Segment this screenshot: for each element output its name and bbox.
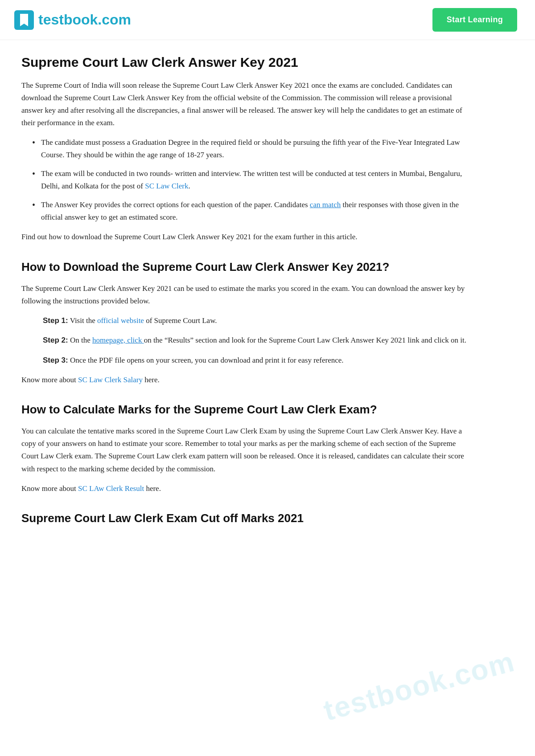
homepage-click-link[interactable]: homepage, click (92, 336, 144, 344)
step2: Step 2: On the homepage, click on the “R… (43, 334, 469, 347)
sc-law-clerk-result-link[interactable]: SC LAw Clerk Result (78, 484, 144, 493)
list-item: The candidate must possess a Graduation … (32, 136, 469, 161)
find-out-paragraph: Find out how to download the Supreme Cou… (21, 231, 469, 243)
start-learning-button[interactable]: Start Learning (432, 8, 517, 32)
step1: Step 1: Visit the official website of Su… (43, 315, 469, 327)
list-item: The exam will be conducted in two rounds… (32, 168, 469, 192)
logo-text: testbook.com (38, 12, 131, 28)
main-content: Supreme Court Law Clerk Answer Key 2021 … (0, 40, 490, 555)
page-title: Supreme Court Law Clerk Answer Key 2021 (21, 54, 469, 70)
step1-label: Step 1: (43, 316, 68, 325)
sc-law-clerk-salary-link[interactable]: SC Law Clerk Salary (78, 376, 143, 384)
intro-paragraph: The Supreme Court of India will soon rel… (21, 79, 469, 129)
watermark: testbook.com (320, 645, 518, 727)
steps-block: Step 1: Visit the official website of Su… (43, 315, 469, 366)
sc-law-clerk-link[interactable]: SC Law Clerk (145, 182, 188, 190)
strikethrough-text: can match (310, 200, 341, 209)
bullet-list: The candidate must possess a Graduation … (32, 136, 469, 224)
official-website-link[interactable]: official website (97, 316, 144, 325)
step2-label: Step 2: (43, 336, 68, 344)
list-item: The Answer Key provides the correct opti… (32, 199, 469, 224)
section3-title: How to Calculate Marks for the Supreme C… (21, 402, 469, 417)
step3: Step 3: Once the PDF file opens on your … (43, 354, 469, 367)
site-header: testbook.com Start Learning (0, 0, 535, 40)
section4-title: Supreme Court Law Clerk Exam Cut off Mar… (21, 511, 469, 526)
section2-intro: The Supreme Court Law Clerk Answer Key 2… (21, 282, 469, 307)
step3-label: Step 3: (43, 356, 68, 364)
section2-title: How to Download the Supreme Court Law Cl… (21, 260, 469, 275)
logo-icon (14, 10, 34, 30)
know-more-2: Know more about SC LAw Clerk Result here… (21, 482, 469, 495)
know-more-1: Know more about SC Law Clerk Salary here… (21, 374, 469, 386)
section3-paragraph: You can calculate the tentative marks sc… (21, 425, 469, 475)
logo-area: testbook.com (14, 10, 131, 30)
